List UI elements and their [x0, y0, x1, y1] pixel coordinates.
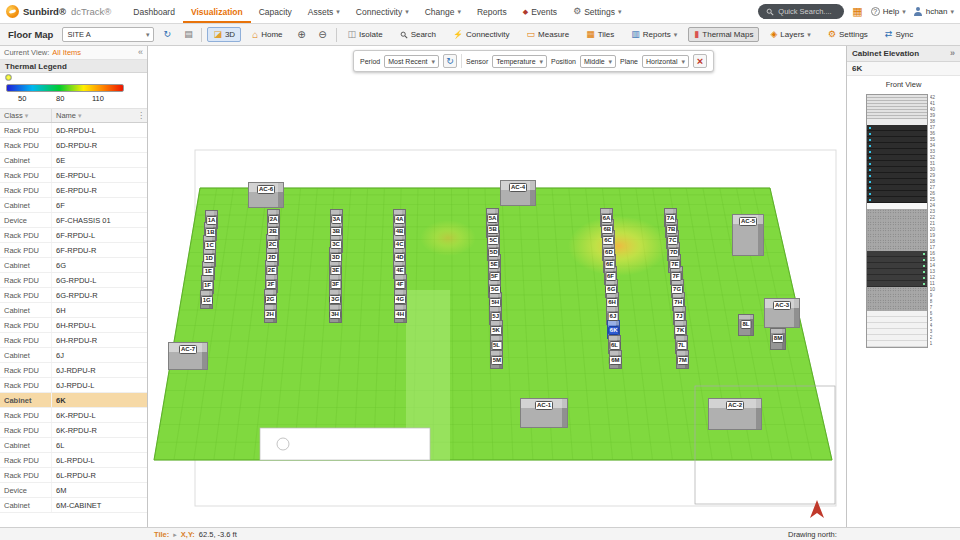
- rack-cabinet-4h[interactable]: 4H: [394, 304, 407, 323]
- ac-unit-ac-4[interactable]: AC-4: [500, 180, 536, 206]
- help-menu[interactable]: Help: [871, 7, 906, 16]
- table-row[interactable]: Rack PDU6E-RPDU-R: [0, 183, 147, 198]
- table-row[interactable]: Rack PDU6L-RPDU-L: [0, 453, 147, 468]
- rack-cabinet-8l[interactable]: 8L: [738, 314, 754, 336]
- rack-cabinet-3h[interactable]: 3H: [329, 304, 342, 323]
- grip-icon[interactable]: [137, 111, 145, 120]
- ac-unit-ac-1[interactable]: AC-1: [520, 398, 568, 428]
- sensor-select[interactable]: Temperature: [492, 55, 547, 68]
- rack-label: 8M: [772, 334, 784, 343]
- settings-button[interactable]: Settings: [822, 27, 874, 42]
- menu-item-assets[interactable]: Assets: [300, 0, 348, 23]
- table-row[interactable]: Rack PDU6H-RPDU-R: [0, 333, 147, 348]
- cell-name: 6G: [52, 261, 147, 270]
- ac-unit-ac-2[interactable]: AC-2: [708, 398, 762, 430]
- rack-cabinet-6m[interactable]: 6M: [609, 350, 622, 369]
- refresh-button[interactable]: [159, 27, 175, 43]
- ac-unit-ac-7[interactable]: AC-7: [168, 342, 208, 370]
- thermal-legend: 50 80 110: [0, 73, 147, 109]
- cell-name: 6H-RPDU-R: [52, 336, 147, 345]
- floor-map-canvas[interactable]: 1A1B1C1D1E1F1G2A2B2C2D2E2F2G2H3A3B3C3D3E…: [148, 46, 846, 527]
- menu-item-label: Dashboard: [133, 7, 175, 17]
- connectivity-button[interactable]: Connectivity: [447, 27, 516, 42]
- table-row[interactable]: Rack PDU6E-RPDU-L: [0, 168, 147, 183]
- ac-unit-ac-3[interactable]: AC-3: [764, 298, 800, 328]
- rack-label: 1E: [203, 267, 214, 276]
- search-button[interactable]: Search: [394, 27, 442, 42]
- menu-item-settings[interactable]: Settings: [565, 0, 629, 23]
- table-row[interactable]: Rack PDU6H-RPDU-L: [0, 318, 147, 333]
- table-row[interactable]: Device6F-CHASSIS 01: [0, 213, 147, 228]
- table-row[interactable]: Rack PDU6K-RPDU-L: [0, 408, 147, 423]
- zoom-out-button[interactable]: [315, 27, 331, 43]
- cell-name: 6D-RPDU-L: [52, 126, 147, 135]
- table-row[interactable]: Rack PDU6J-RPDU-L: [0, 378, 147, 393]
- period-select[interactable]: Most Recent: [384, 55, 439, 68]
- cell-class: Rack PDU: [0, 228, 52, 242]
- menu-item-connectivity[interactable]: Connectivity: [348, 0, 417, 23]
- cell-class: Cabinet: [0, 348, 52, 362]
- sync-button[interactable]: Sync: [879, 27, 919, 42]
- rack-cabinet-2h[interactable]: 2H: [264, 304, 277, 323]
- table-row[interactable]: Rack PDU6L-RPDU-R: [0, 468, 147, 483]
- rack-cabinet-5m[interactable]: 5M: [490, 350, 503, 369]
- table-row[interactable]: Rack PDU6D-RPDU-R: [0, 138, 147, 153]
- table-row[interactable]: Rack PDU6D-RPDU-L: [0, 123, 147, 138]
- menu-item-label: Assets: [308, 7, 334, 17]
- rack-cabinet-1g[interactable]: 1G: [200, 290, 213, 309]
- table-row[interactable]: Rack PDU6F-RPDU-L: [0, 228, 147, 243]
- table-row[interactable]: Cabinet6H: [0, 303, 147, 318]
- asset-table-body: Rack PDU6D-RPDU-LRack PDU6D-RPDU-RCabine…: [0, 123, 147, 527]
- isolate-button[interactable]: Isolate: [342, 27, 389, 42]
- menu-item-visualization[interactable]: Visualization: [183, 0, 251, 23]
- expand-panel-icon[interactable]: [950, 49, 955, 58]
- layers-button[interactable]: Layers: [764, 27, 816, 42]
- table-row[interactable]: Rack PDU6G-RPDU-R: [0, 288, 147, 303]
- overlay-close-button[interactable]: [693, 54, 707, 68]
- measure-button[interactable]: Measure: [521, 27, 576, 42]
- calendar-icon[interactable]: [852, 6, 862, 17]
- menu-item-reports[interactable]: Reports: [469, 0, 515, 23]
- view-3d-button[interactable]: 3D: [207, 27, 241, 42]
- rack-label: 7A: [665, 214, 677, 223]
- column-header-name[interactable]: Name: [52, 111, 137, 120]
- thermal-overlay-toolbar: Period Most Recent Sensor Temperature Po…: [353, 50, 714, 72]
- column-header-class[interactable]: Class: [0, 109, 52, 122]
- print-button[interactable]: [180, 27, 196, 43]
- menu-item-change[interactable]: Change: [417, 0, 469, 23]
- user-menu[interactable]: hchan: [914, 7, 954, 16]
- table-row[interactable]: Cabinet6F: [0, 198, 147, 213]
- table-row[interactable]: Rack PDU6K-RPDU-R: [0, 423, 147, 438]
- gear-icon: [573, 7, 581, 16]
- current-view-value[interactable]: All Items: [52, 48, 81, 57]
- period-value: Most Recent: [388, 58, 427, 65]
- rack-cabinet-8m[interactable]: 8M: [770, 328, 786, 350]
- table-row[interactable]: Cabinet6G: [0, 258, 147, 273]
- table-row[interactable]: Rack PDU6F-RPDU-R: [0, 243, 147, 258]
- ac-unit-ac-6[interactable]: AC-6: [248, 182, 284, 208]
- collapse-sidebar-icon[interactable]: [138, 48, 143, 57]
- table-row[interactable]: Rack PDU6G-RPDU-L: [0, 273, 147, 288]
- plane-select[interactable]: Horizontal: [642, 55, 689, 68]
- overlay-refresh-button[interactable]: [443, 54, 457, 68]
- table-row[interactable]: Cabinet6E: [0, 153, 147, 168]
- quick-search-input[interactable]: Quick Search....: [758, 4, 844, 19]
- table-row[interactable]: Cabinet6M-CABINET: [0, 498, 147, 513]
- thermal-maps-button[interactable]: Thermal Maps: [688, 27, 759, 42]
- table-row[interactable]: Cabinet6K: [0, 393, 147, 408]
- table-row[interactable]: Rack PDU6J-RDPU-R: [0, 363, 147, 378]
- menu-item-capacity[interactable]: Capacity: [251, 0, 300, 23]
- reports-button[interactable]: Reports: [625, 27, 683, 42]
- home-button[interactable]: Home: [246, 27, 288, 43]
- menu-item-dashboard[interactable]: Dashboard: [125, 0, 183, 23]
- ac-unit-ac-5[interactable]: AC-5: [732, 214, 764, 256]
- rack-cabinet-7m[interactable]: 7M: [676, 350, 689, 369]
- table-row[interactable]: Cabinet6J: [0, 348, 147, 363]
- tiles-button[interactable]: Tiles: [580, 27, 620, 42]
- table-row[interactable]: Cabinet6L: [0, 438, 147, 453]
- menu-item-events[interactable]: Events: [515, 0, 565, 23]
- position-select[interactable]: Middle: [580, 55, 616, 68]
- zoom-in-button[interactable]: [294, 27, 310, 43]
- table-row[interactable]: Device6M: [0, 483, 147, 498]
- site-select[interactable]: SITE A: [62, 27, 154, 42]
